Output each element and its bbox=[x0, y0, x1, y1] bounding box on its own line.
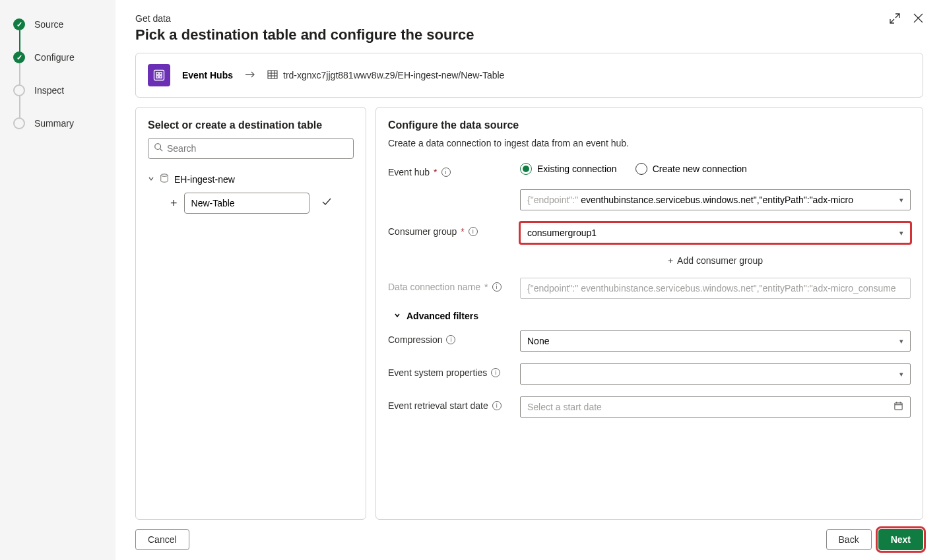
svg-rect-8 bbox=[895, 403, 902, 410]
step-connector bbox=[19, 30, 20, 54]
chevron-down-icon: ▾ bbox=[899, 196, 903, 204]
cancel-button[interactable]: Cancel bbox=[135, 529, 189, 550]
step-source[interactable]: Source bbox=[13, 18, 102, 30]
info-icon[interactable]: i bbox=[491, 368, 500, 377]
step-label: Source bbox=[34, 19, 63, 30]
svg-point-7 bbox=[161, 174, 168, 177]
calendar-icon bbox=[894, 401, 903, 413]
new-table-name-input[interactable] bbox=[184, 193, 309, 214]
svg-rect-1 bbox=[156, 73, 158, 75]
search-icon bbox=[154, 142, 163, 154]
step-label: Summary bbox=[34, 118, 74, 129]
panel-subtitle: Create a data connection to ingest data … bbox=[388, 138, 911, 148]
database-name: EH-ingest-new bbox=[174, 174, 235, 185]
expand-icon[interactable] bbox=[890, 13, 900, 26]
info-icon[interactable]: i bbox=[441, 168, 451, 177]
wizard-stepper: Source Configure Inspect Summary bbox=[0, 0, 115, 560]
table-search[interactable] bbox=[148, 138, 354, 159]
step-inspect[interactable]: Inspect bbox=[13, 84, 102, 96]
step-connector bbox=[19, 63, 20, 87]
table-icon bbox=[267, 69, 278, 82]
svg-rect-4 bbox=[160, 76, 162, 78]
destination-path: trd-xgnxc7jjgt881wwv8w.z9/EH-ingest-new/… bbox=[267, 69, 504, 82]
checkmark-icon[interactable] bbox=[321, 197, 332, 209]
search-input[interactable] bbox=[167, 143, 348, 154]
event-system-properties-label: Event system properties i bbox=[388, 363, 520, 378]
svg-point-6 bbox=[155, 144, 161, 150]
step-pending-icon bbox=[13, 117, 25, 129]
configure-source-panel: Configure the data source Create a data … bbox=[375, 107, 923, 520]
plus-icon: + bbox=[668, 255, 673, 266]
next-button[interactable]: Next bbox=[878, 529, 923, 550]
consumer-group-select[interactable]: consumergroup1 ▾ bbox=[520, 222, 911, 243]
compression-select[interactable]: None ▾ bbox=[520, 330, 911, 352]
info-icon[interactable]: i bbox=[492, 401, 502, 410]
add-table-button[interactable]: + bbox=[170, 197, 178, 210]
svg-rect-2 bbox=[160, 73, 162, 75]
chevron-down-icon: ▾ bbox=[899, 370, 903, 379]
panel-title: Select or create a destination table bbox=[148, 119, 354, 131]
info-icon[interactable]: i bbox=[446, 335, 455, 344]
close-icon[interactable] bbox=[913, 13, 923, 26]
chevron-down-icon[interactable] bbox=[148, 175, 154, 184]
step-summary[interactable]: Summary bbox=[13, 117, 102, 129]
consumer-group-label: Consumer group* i bbox=[388, 222, 520, 237]
event-hub-label: Event hub* i bbox=[388, 163, 520, 177]
radio-existing-connection[interactable]: Existing connection bbox=[520, 163, 617, 175]
advanced-filters-toggle[interactable]: Advanced filters bbox=[388, 311, 911, 321]
compression-label: Compression i bbox=[388, 330, 520, 345]
radio-create-new-connection[interactable]: Create new connection bbox=[635, 163, 747, 175]
database-icon bbox=[160, 173, 169, 185]
event-hub-connection-select[interactable]: {"endpoint":"eventhubinstance.servicebus… bbox=[520, 189, 911, 210]
event-system-properties-select[interactable]: ▾ bbox=[520, 363, 911, 385]
chevron-down-icon: ▾ bbox=[899, 337, 903, 346]
database-tree-node[interactable]: EH-ingest-new bbox=[148, 171, 354, 187]
page-title: Pick a destination table and configure t… bbox=[135, 26, 474, 44]
step-done-icon bbox=[13, 51, 25, 63]
data-connection-name-label: Data connection name* i bbox=[388, 278, 520, 292]
step-connector bbox=[19, 96, 20, 119]
event-hubs-icon bbox=[148, 64, 170, 86]
step-configure[interactable]: Configure bbox=[13, 51, 102, 63]
source-summary-bar: Event Hubs trd-xgnxc7jjgt881wwv8w.z9/EH-… bbox=[135, 53, 923, 98]
event-retrieval-start-date-picker[interactable]: Select a start date bbox=[520, 396, 911, 418]
svg-rect-3 bbox=[156, 76, 158, 78]
breadcrumb: Get data bbox=[135, 13, 474, 24]
source-label: Event Hubs bbox=[182, 70, 233, 80]
info-icon[interactable]: i bbox=[469, 227, 478, 236]
wizard-footer: Cancel Back Next bbox=[135, 520, 923, 550]
main-content: Get data Pick a destination table and co… bbox=[115, 0, 943, 560]
destination-table-panel: Select or create a destination table EH-… bbox=[135, 107, 366, 520]
step-label: Inspect bbox=[34, 85, 64, 96]
destination-path-text: trd-xgnxc7jjgt881wwv8w.z9/EH-ingest-new/… bbox=[283, 70, 504, 80]
add-consumer-group-button[interactable]: + Add consumer group bbox=[520, 255, 911, 266]
data-connection-name-field: {"endpoint":"eventhubinstance.servicebus… bbox=[520, 278, 911, 299]
step-pending-icon bbox=[13, 84, 25, 96]
step-label: Configure bbox=[34, 52, 75, 63]
info-icon[interactable]: i bbox=[492, 282, 502, 292]
arrow-right-icon bbox=[245, 69, 255, 81]
event-retrieval-start-date-label: Event retrieval start date i bbox=[388, 396, 520, 411]
svg-rect-5 bbox=[268, 71, 277, 78]
panel-title: Configure the data source bbox=[388, 119, 911, 131]
svg-rect-0 bbox=[154, 71, 164, 80]
chevron-down-icon: ▾ bbox=[899, 229, 903, 237]
step-done-icon bbox=[13, 18, 25, 30]
back-button[interactable]: Back bbox=[826, 529, 872, 550]
chevron-down-icon bbox=[393, 311, 401, 321]
